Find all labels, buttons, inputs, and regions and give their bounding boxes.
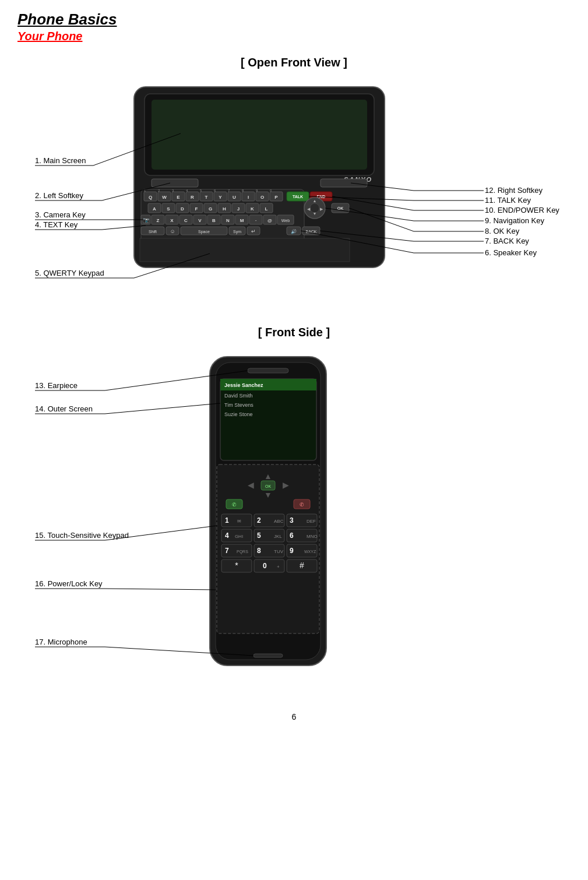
svg-text:D: D bbox=[181, 206, 184, 212]
svg-text:✉: ✉ bbox=[237, 519, 241, 524]
svg-text:0: 0 bbox=[263, 562, 267, 570]
svg-text:DEF: DEF bbox=[307, 519, 316, 524]
svg-text:6. Speaker Key: 6. Speaker Key bbox=[485, 248, 537, 257]
svg-text:T: T bbox=[205, 195, 208, 200]
open-front-svg: SANYO Q W E R T 1 2 3 4 5 bbox=[17, 75, 571, 305]
svg-text:F: F bbox=[195, 206, 198, 212]
svg-text:WXYZ: WXYZ bbox=[304, 550, 316, 554]
svg-rect-2 bbox=[152, 100, 367, 170]
svg-text:6: 6 bbox=[290, 531, 294, 540]
front-side-section: [ Front Side ] Jessie Sanchez David Smit… bbox=[0, 326, 588, 706]
svg-text:O: O bbox=[260, 195, 264, 200]
svg-text:🔊: 🔊 bbox=[291, 228, 297, 234]
svg-text:H: H bbox=[223, 206, 226, 212]
page-subtitle: Your Phone bbox=[17, 30, 571, 43]
svg-text:1: 1 bbox=[225, 516, 229, 525]
svg-text:GHI: GHI bbox=[235, 534, 243, 539]
svg-text:R: R bbox=[191, 195, 194, 200]
open-front-section: [ Open Front View ] SANYO Q W E bbox=[0, 56, 588, 308]
svg-text:Space: Space bbox=[198, 230, 210, 234]
svg-text:4: 4 bbox=[225, 531, 229, 540]
front-side-svg: Jessie Sanchez David Smith Tim Stevens S… bbox=[17, 345, 571, 706]
svg-text:Web: Web bbox=[281, 219, 290, 223]
svg-text:MNO: MNO bbox=[307, 534, 318, 539]
svg-text:▼: ▼ bbox=[264, 490, 272, 499]
svg-text:▲: ▲ bbox=[264, 471, 272, 481]
svg-text:3. Camera Key: 3. Camera Key bbox=[35, 210, 86, 219]
svg-text:Tim Stevens: Tim Stevens bbox=[224, 402, 253, 408]
svg-rect-103 bbox=[140, 238, 350, 262]
svg-text:B: B bbox=[212, 218, 216, 223]
svg-text:Sym: Sym bbox=[233, 230, 241, 234]
svg-text:PQRS: PQRS bbox=[237, 550, 248, 554]
svg-text:N: N bbox=[226, 218, 230, 223]
svg-text:1. Main Screen: 1. Main Screen bbox=[35, 156, 86, 165]
svg-text:TALK: TALK bbox=[293, 195, 303, 199]
svg-text:✆: ✆ bbox=[300, 502, 304, 508]
svg-rect-143 bbox=[220, 379, 316, 460]
svg-text:JKL: JKL bbox=[274, 534, 282, 539]
svg-rect-189 bbox=[254, 559, 284, 572]
svg-text:C: C bbox=[184, 218, 188, 223]
svg-text:I: I bbox=[248, 195, 249, 200]
page-header: Phone Basics Your Phone bbox=[0, 0, 588, 45]
svg-text:10. END/POWER Key: 10. END/POWER Key bbox=[485, 206, 559, 214]
svg-text:#: # bbox=[300, 561, 304, 570]
svg-text:David Smith: David Smith bbox=[224, 393, 253, 399]
svg-text:2: 2 bbox=[257, 516, 261, 525]
svg-text:5: 5 bbox=[257, 531, 261, 540]
svg-text:·: · bbox=[255, 218, 256, 223]
svg-text:↵: ↵ bbox=[251, 228, 256, 234]
svg-text:◀: ◀ bbox=[248, 480, 254, 490]
svg-text:V: V bbox=[198, 218, 202, 223]
svg-text:*: * bbox=[235, 561, 238, 570]
front-side-diagram: Jessie Sanchez David Smith Tim Stevens S… bbox=[17, 345, 571, 706]
svg-text:L: L bbox=[265, 206, 268, 212]
svg-text:☺: ☺ bbox=[170, 228, 175, 234]
svg-text:▼: ▼ bbox=[313, 212, 317, 216]
svg-line-204 bbox=[105, 589, 216, 590]
open-front-title: [ Open Front View ] bbox=[17, 56, 571, 69]
svg-text:8: 8 bbox=[257, 547, 261, 555]
svg-text:J: J bbox=[237, 206, 240, 212]
svg-text:▲: ▲ bbox=[313, 199, 317, 203]
svg-text:2. Left Softkey: 2. Left Softkey bbox=[35, 191, 84, 200]
svg-text:@: @ bbox=[267, 218, 272, 223]
svg-text:9. Navigation Key: 9. Navigation Key bbox=[485, 216, 544, 225]
page-number: 6 bbox=[292, 712, 297, 721]
svg-text:✆: ✆ bbox=[232, 502, 237, 508]
svg-text:16. Power/Lock Key: 16. Power/Lock Key bbox=[35, 579, 103, 588]
svg-text:Z: Z bbox=[157, 218, 160, 223]
svg-text:OK: OK bbox=[265, 484, 271, 488]
svg-text:11. TALK Key: 11. TALK Key bbox=[485, 196, 531, 205]
page-number-container: 6 bbox=[0, 712, 588, 721]
svg-text:4. TEXT Key: 4. TEXT Key bbox=[35, 220, 78, 229]
svg-text:5. QWERTY Keypad: 5. QWERTY Keypad bbox=[35, 269, 104, 277]
svg-text:7: 7 bbox=[225, 547, 229, 555]
svg-text:A: A bbox=[153, 206, 156, 212]
svg-text:Suzie Stone: Suzie Stone bbox=[224, 411, 253, 417]
svg-text:U: U bbox=[233, 195, 236, 200]
svg-text:13. Earpiece: 13. Earpiece bbox=[35, 381, 78, 390]
svg-text:ABC: ABC bbox=[274, 519, 284, 524]
svg-text:+: + bbox=[277, 564, 280, 569]
svg-text:15. Touch-Sensitive Keypad: 15. Touch-Sensitive Keypad bbox=[35, 531, 129, 540]
svg-rect-5 bbox=[321, 179, 367, 187]
svg-text:9: 9 bbox=[290, 547, 294, 555]
open-front-diagram: SANYO Q W E R T 1 2 3 4 5 bbox=[17, 75, 571, 308]
svg-text:S: S bbox=[167, 206, 170, 212]
svg-text:TUV: TUV bbox=[274, 549, 284, 554]
svg-text:K: K bbox=[251, 206, 254, 212]
svg-text:M: M bbox=[240, 218, 244, 223]
svg-text:G: G bbox=[209, 206, 212, 212]
svg-text:▶: ▶ bbox=[283, 480, 289, 490]
svg-rect-194 bbox=[253, 654, 283, 657]
svg-text:📷: 📷 bbox=[143, 217, 150, 224]
svg-text:7. BACK Key: 7. BACK Key bbox=[485, 237, 529, 245]
svg-text:P: P bbox=[274, 195, 278, 200]
svg-text:12. Right Softkey: 12. Right Softkey bbox=[485, 186, 543, 195]
svg-text:8. OK Key: 8. OK Key bbox=[485, 227, 520, 235]
svg-text:X: X bbox=[170, 218, 174, 223]
front-side-title: [ Front Side ] bbox=[17, 326, 571, 339]
svg-text:E: E bbox=[177, 195, 180, 200]
